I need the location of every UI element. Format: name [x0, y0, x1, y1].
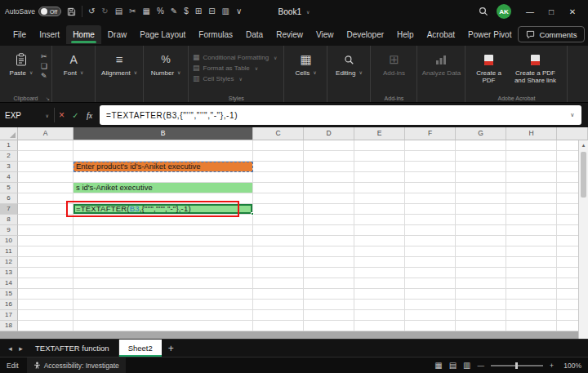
- workbook-title[interactable]: Book1 ∨: [278, 7, 310, 16]
- row-header-4[interactable]: 4: [0, 172, 18, 183]
- cell-E1[interactable]: [354, 140, 405, 151]
- clipboard-icon[interactable]: ▤: [115, 7, 122, 16]
- cell-B8[interactable]: [74, 215, 253, 225]
- fill-handle[interactable]: [251, 212, 254, 215]
- cell-E4[interactable]: [354, 172, 405, 183]
- cell-A11[interactable]: [18, 246, 74, 257]
- cell-H16[interactable]: [506, 300, 557, 310]
- percent-style-icon[interactable]: %: [157, 7, 164, 16]
- cell-B7[interactable]: =TEXTAFTER(B3,{"''","''","-"},-1): [74, 204, 253, 215]
- cell-B3[interactable]: Enter product's id's-Aniket executive: [74, 162, 253, 172]
- cell-B12[interactable]: [74, 257, 253, 268]
- sheet-nav-left-icon[interactable]: ◂: [5, 344, 16, 353]
- font-menu-button[interactable]: A Font∨: [56, 49, 91, 77]
- cell-B17[interactable]: [74, 310, 253, 321]
- cell-B15[interactable]: [74, 289, 253, 300]
- format-painter-icon[interactable]: ✎: [41, 73, 47, 80]
- row-header-12[interactable]: 12: [0, 257, 18, 268]
- zoom-slider-thumb[interactable]: [515, 362, 518, 369]
- cell-G3[interactable]: [456, 162, 506, 172]
- cell-D5[interactable]: [304, 183, 354, 193]
- row-header-16[interactable]: 16: [0, 300, 18, 310]
- cell-C13[interactable]: [253, 268, 304, 278]
- cell-H5[interactable]: [506, 183, 557, 193]
- cell-G9[interactable]: [456, 225, 506, 236]
- cell-F1[interactable]: [405, 140, 456, 151]
- cell-G12[interactable]: [456, 257, 506, 268]
- cell-H7[interactable]: [506, 204, 557, 215]
- cell-A15[interactable]: [18, 289, 74, 300]
- accessibility-checker[interactable]: Accessibility: Investigate: [27, 357, 126, 373]
- cut-icon[interactable]: ✂: [129, 7, 136, 16]
- cell-E14[interactable]: [354, 278, 405, 289]
- row-header-15[interactable]: 15: [0, 289, 18, 300]
- sheet-tab-sheet2[interactable]: Sheet2: [119, 340, 162, 357]
- cell-E17[interactable]: [354, 310, 405, 321]
- row-header-1[interactable]: 1: [0, 140, 18, 151]
- row-header-13[interactable]: 13: [0, 268, 18, 278]
- cell-C17[interactable]: [253, 310, 304, 321]
- cell-H9[interactable]: [506, 225, 557, 236]
- cell-D7[interactable]: [304, 204, 354, 215]
- cell-H8[interactable]: [506, 215, 557, 225]
- cell-C7[interactable]: [253, 204, 304, 215]
- row-header-2[interactable]: 2: [0, 151, 18, 162]
- insert-function-button[interactable]: fx: [82, 111, 96, 120]
- column-header-D[interactable]: D: [304, 127, 354, 140]
- cell-A9[interactable]: [18, 225, 74, 236]
- zoom-slider[interactable]: [491, 365, 543, 366]
- tab-developer[interactable]: Developer: [340, 25, 390, 44]
- table-icon[interactable]: ▦: [143, 7, 150, 16]
- tab-draw[interactable]: Draw: [101, 25, 133, 44]
- cell-G4[interactable]: [456, 172, 506, 183]
- tab-view[interactable]: View: [310, 25, 341, 44]
- cancel-button[interactable]: ×: [55, 109, 69, 121]
- number-menu-button[interactable]: % Number∨: [148, 49, 184, 77]
- tab-power-pivot[interactable]: Power Pivot: [461, 25, 518, 44]
- cell-F10[interactable]: [405, 236, 456, 246]
- zoom-in-button[interactable]: +: [550, 362, 554, 370]
- cell-A17[interactable]: [18, 310, 74, 321]
- cell-D13[interactable]: [304, 268, 354, 278]
- cell-C11[interactable]: [253, 246, 304, 257]
- cell-E13[interactable]: [354, 268, 405, 278]
- cell-G18[interactable]: [456, 321, 506, 331]
- cell-styles-button[interactable]: ▥ Cell Styles ∨: [193, 74, 277, 82]
- column-header-B[interactable]: B: [74, 127, 253, 140]
- cell-G13[interactable]: [456, 268, 506, 278]
- tab-help[interactable]: Help: [390, 25, 421, 44]
- cell-A1[interactable]: [18, 140, 74, 151]
- save-icon[interactable]: [67, 7, 76, 16]
- cell-A4[interactable]: [18, 172, 74, 183]
- alignment-menu-button[interactable]: ≡ Alignment∨: [100, 49, 139, 77]
- cell-G7[interactable]: [456, 204, 506, 215]
- page-layout-view-icon[interactable]: ▤: [449, 361, 457, 370]
- editing-menu-button[interactable]: Editing∨: [332, 49, 366, 77]
- cell-D11[interactable]: [304, 246, 354, 257]
- cell-E10[interactable]: [354, 236, 405, 246]
- tab-home[interactable]: Home: [66, 25, 101, 44]
- conditional-formatting-button[interactable]: ▦ Conditional Formatting ∨: [193, 53, 277, 61]
- cell-H10[interactable]: [506, 236, 557, 246]
- cell-H13[interactable]: [506, 268, 557, 278]
- cell-E12[interactable]: [354, 257, 405, 268]
- cell-A2[interactable]: [18, 151, 74, 162]
- cell-G2[interactable]: [456, 151, 506, 162]
- sheet-nav-right-icon[interactable]: ▸: [16, 344, 26, 353]
- cell-F14[interactable]: [405, 278, 456, 289]
- cell-B16[interactable]: [74, 300, 253, 310]
- cell-B10[interactable]: [74, 236, 253, 246]
- cell-H18[interactable]: [506, 321, 557, 331]
- cell-F12[interactable]: [405, 257, 456, 268]
- cell-B11[interactable]: [74, 246, 253, 257]
- format-painter-icon[interactable]: ✎: [171, 7, 177, 16]
- cell-D10[interactable]: [304, 236, 354, 246]
- cell-B18[interactable]: [74, 321, 253, 331]
- cell-E7[interactable]: [354, 204, 405, 215]
- cell-F16[interactable]: [405, 300, 456, 310]
- cell-C4[interactable]: [253, 172, 304, 183]
- more-commands-icon[interactable]: ∨: [236, 7, 242, 16]
- page-break-view-icon[interactable]: ▥: [463, 361, 470, 370]
- row-header-8[interactable]: 8: [0, 215, 18, 225]
- cell-D16[interactable]: [304, 300, 354, 310]
